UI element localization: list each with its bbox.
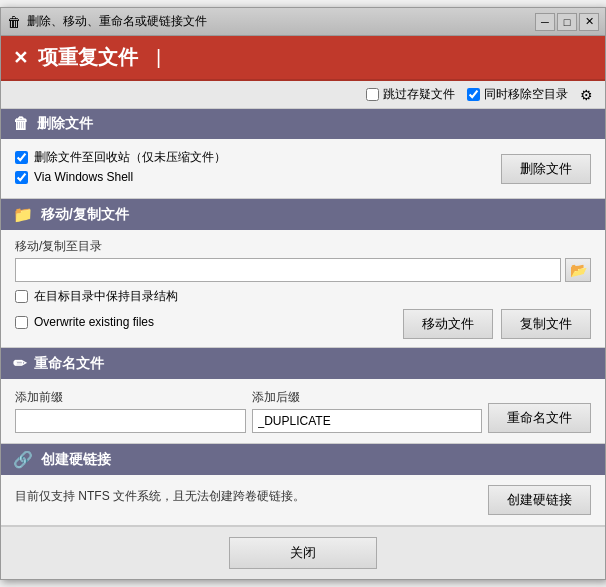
- close-window-button[interactable]: ✕: [579, 13, 599, 31]
- via-shell-label: Via Windows Shell: [34, 170, 133, 184]
- rename-section-body: 添加前缀 添加后缀 重命名文件: [1, 379, 605, 443]
- hardlink-description: 目前仅支持 NTFS 文件系统，且无法创建跨卷硬链接。: [15, 487, 305, 505]
- remove-empty-dirs-option[interactable]: 同时移除空目录: [467, 86, 568, 103]
- dir-label: 移动/复制至目录: [15, 238, 591, 255]
- hardlink-section: 🔗 创建硬链接 目前仅支持 NTFS 文件系统，且无法创建跨卷硬链接。 创建硬链…: [1, 444, 605, 526]
- title-bar-buttons: ─ □ ✕: [535, 13, 599, 31]
- title-bar-left: 🗑 删除、移动、重命名或硬链接文件: [7, 13, 207, 30]
- delete-checkboxes: 删除文件至回收站（仅未压缩文件） Via Windows Shell: [15, 149, 226, 188]
- title-text: 删除、移动、重命名或硬链接文件: [27, 13, 207, 30]
- hardlink-section-header: 🔗 创建硬链接: [1, 444, 605, 475]
- rename-section-header: ✏ 重命名文件: [1, 348, 605, 379]
- main-window: 🗑 删除、移动、重命名或硬链接文件 ─ □ ✕ ✕ 项重复文件 | 跳过存疑文件…: [0, 7, 606, 580]
- hardlink-section-body: 目前仅支持 NTFS 文件系统，且无法创建跨卷硬链接。 创建硬链接: [1, 475, 605, 525]
- title-bar: 🗑 删除、移动、重命名或硬链接文件 ─ □ ✕: [1, 8, 605, 36]
- hardlink-icon: 🔗: [13, 450, 33, 469]
- delete-section-body: 删除文件至回收站（仅未压缩文件） Via Windows Shell 删除文件: [1, 139, 605, 198]
- copy-files-button[interactable]: 复制文件: [501, 309, 591, 339]
- move-copy-buttons: 移动文件 复制文件: [403, 309, 591, 339]
- dir-input[interactable]: [15, 258, 561, 282]
- remove-empty-dirs-label: 同时移除空目录: [484, 86, 568, 103]
- header-bar: ✕ 项重复文件 |: [1, 36, 605, 81]
- suffix-label: 添加后缀: [252, 389, 483, 406]
- overwrite-label: Overwrite existing files: [34, 315, 154, 329]
- minimize-button[interactable]: ─: [535, 13, 555, 31]
- remove-empty-dirs-checkbox[interactable]: [467, 88, 480, 101]
- rename-section: ✏ 重命名文件 添加前缀 添加后缀 重命名文件: [1, 348, 605, 444]
- move-files-button[interactable]: 移动文件: [403, 309, 493, 339]
- delete-files-button[interactable]: 删除文件: [501, 154, 591, 184]
- move-copy-section-body: 移动/复制至目录 📂 在目标目录中保持目录结构 Overwrite existi…: [1, 230, 605, 347]
- header-separator: |: [156, 46, 161, 69]
- move-copy-section-title: 移动/复制文件: [41, 206, 129, 224]
- dir-row: 📂: [15, 258, 591, 282]
- suffix-input[interactable]: [252, 409, 483, 433]
- prefix-group: 添加前缀: [15, 389, 246, 433]
- suffix-group: 添加后缀: [252, 389, 483, 433]
- overwrite-checkbox[interactable]: [15, 316, 28, 329]
- skip-duplicates-checkbox[interactable]: [366, 88, 379, 101]
- options-bar: 跳过存疑文件 同时移除空目录 ⚙: [1, 81, 605, 109]
- skip-duplicates-label: 跳过存疑文件: [383, 86, 455, 103]
- rename-files-button[interactable]: 重命名文件: [488, 403, 591, 433]
- gear-icon[interactable]: ⚙: [580, 87, 593, 103]
- header-x-icon: ✕: [13, 47, 28, 69]
- delete-recycle-checkbox[interactable]: [15, 151, 28, 164]
- overwrite-row: Overwrite existing files: [15, 315, 154, 329]
- delete-section-header: 🗑 删除文件: [1, 109, 605, 139]
- rename-button-wrapper: 重命名文件: [488, 403, 591, 433]
- create-hardlink-button[interactable]: 创建硬链接: [488, 485, 591, 515]
- rename-icon: ✏: [13, 354, 26, 373]
- window-icon: 🗑: [7, 14, 21, 30]
- keep-structure-label: 在目标目录中保持目录结构: [34, 288, 178, 305]
- keep-structure-checkbox[interactable]: [15, 290, 28, 303]
- delete-recycle-row: 删除文件至回收站（仅未压缩文件）: [15, 149, 226, 166]
- delete-section-title: 删除文件: [37, 115, 93, 133]
- prefix-label: 添加前缀: [15, 389, 246, 406]
- header-title: 项重复文件: [38, 44, 138, 71]
- hardlink-section-title: 创建硬链接: [41, 451, 111, 469]
- move-copy-section: 📁 移动/复制文件 移动/复制至目录 📂 在目标目录中保持目录结构 Overwr…: [1, 199, 605, 348]
- delete-section: 🗑 删除文件 删除文件至回收站（仅未压缩文件） Via Windows Shel…: [1, 109, 605, 199]
- keep-structure-row: 在目标目录中保持目录结构: [15, 288, 591, 305]
- via-shell-checkbox[interactable]: [15, 171, 28, 184]
- prefix-input[interactable]: [15, 409, 246, 433]
- rename-section-title: 重命名文件: [34, 355, 104, 373]
- skip-duplicates-option[interactable]: 跳过存疑文件: [366, 86, 455, 103]
- rename-grid: 添加前缀 添加后缀 重命名文件: [15, 389, 591, 433]
- close-button[interactable]: 关闭: [229, 537, 377, 569]
- delete-icon: 🗑: [13, 115, 29, 133]
- move-copy-section-header: 📁 移动/复制文件: [1, 199, 605, 230]
- maximize-button[interactable]: □: [557, 13, 577, 31]
- via-shell-row: Via Windows Shell: [15, 170, 226, 184]
- browse-folder-button[interactable]: 📂: [565, 258, 591, 282]
- footer: 关闭: [1, 526, 605, 579]
- delete-recycle-label: 删除文件至回收站（仅未压缩文件）: [34, 149, 226, 166]
- folder-icon: 📁: [13, 205, 33, 224]
